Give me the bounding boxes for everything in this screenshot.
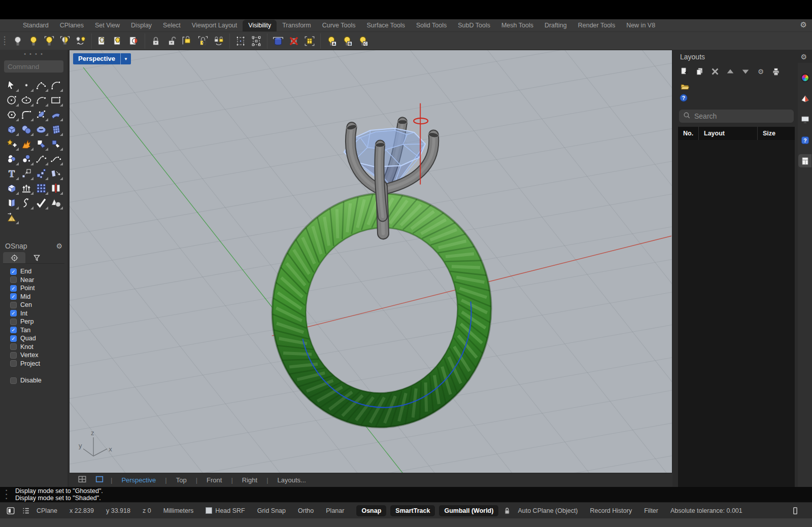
ribbon-tab-mesh-tools[interactable]: Mesh Tools — [496, 20, 539, 31]
flyout-triangle-icon[interactable] — [45, 133, 48, 136]
toolbar-button-lock-in-detail[interactable] — [180, 34, 194, 48]
sidebar-drag-handle[interactable]: • • • • — [3, 51, 64, 57]
tool-select-cursor[interactable] — [5, 78, 19, 92]
toolbar-button-light-state-c[interactable]: C — [356, 34, 370, 48]
layouts-move-down-button[interactable] — [740, 66, 751, 77]
checkbox-perp[interactable] — [10, 319, 17, 325]
flyout-triangle-icon[interactable] — [16, 118, 19, 121]
flyout-triangle-icon[interactable] — [30, 133, 33, 136]
ribbon-tab-solid-tools[interactable]: Solid Tools — [411, 20, 452, 31]
viewport-title-badge[interactable]: Perspective ▼ — [73, 53, 131, 64]
osnap-option-mid[interactable]: ✓Mid — [10, 293, 64, 300]
toolbar-button-show-objects[interactable] — [26, 34, 41, 48]
statusbar-cplane[interactable]: CPlane — [37, 507, 57, 514]
tool-trim[interactable] — [34, 136, 49, 151]
tool-boolean-union[interactable] — [5, 136, 19, 151]
flyout-triangle-icon[interactable] — [45, 103, 48, 107]
viewport-tab-perspective[interactable]: Perspective — [117, 476, 160, 484]
statusbar-x-22-839[interactable]: x 22.839 — [70, 507, 94, 514]
scene-3d[interactable]: zyx — [70, 50, 672, 473]
flyout-triangle-icon[interactable] — [30, 118, 33, 121]
ribbon-tab-visibility[interactable]: Visibility — [243, 20, 277, 31]
ribbon-tab-subd-tools[interactable]: SubD Tools — [452, 20, 496, 31]
tool-arc[interactable] — [34, 92, 49, 107]
osnap-option-int[interactable]: ✓Int — [10, 310, 64, 317]
tool-curve-menu[interactable] — [49, 78, 63, 92]
viewport-tab-right[interactable]: Right — [238, 476, 261, 484]
layouts-search-box[interactable]: Search — [679, 110, 794, 123]
tool-cage-edit[interactable] — [49, 122, 63, 136]
single-pane-icon[interactable] — [93, 475, 106, 485]
tool-solid-primitives[interactable] — [49, 195, 63, 210]
osnap-option-tan[interactable]: ✓Tan — [10, 327, 64, 334]
tool-split-surface[interactable] — [49, 136, 63, 151]
flyout-triangle-icon[interactable] — [45, 89, 48, 92]
flyout-triangle-icon[interactable] — [60, 162, 63, 165]
statusbar-planar[interactable]: Planar — [326, 507, 344, 514]
ribbon-tab-curve-tools[interactable]: Curve Tools — [317, 20, 361, 31]
layouts-properties-gear-button[interactable]: ⚙ — [755, 66, 766, 77]
viewport-title[interactable]: Perspective — [73, 53, 120, 64]
toolbar-button-isolate-objects[interactable] — [74, 34, 88, 48]
tool-explode[interactable] — [19, 136, 34, 151]
osnap-option-project[interactable]: Project — [10, 360, 64, 367]
checkbox-int[interactable]: ✓ — [10, 310, 17, 317]
flyout-triangle-icon[interactable] — [16, 103, 19, 107]
flyout-triangle-icon[interactable] — [60, 177, 63, 180]
ribbon-tab-set-view[interactable]: Set View — [89, 20, 125, 31]
command-input[interactable] — [4, 60, 63, 73]
toolbar-button-control-points-off[interactable] — [249, 34, 263, 48]
tool-check-select[interactable] — [34, 195, 49, 210]
flyout-triangle-icon[interactable] — [45, 206, 48, 209]
toolbar-button-show-selected-objects[interactable] — [42, 34, 56, 48]
statusbar-record-history[interactable]: Record History — [590, 507, 632, 514]
settings-gear-icon[interactable]: ⚙ — [800, 20, 807, 29]
checkbox-vertex[interactable] — [10, 352, 17, 359]
layouts-print-button[interactable] — [770, 66, 782, 77]
flyout-triangle-icon[interactable] — [30, 192, 33, 195]
toolbar-button-hide-objects[interactable] — [11, 34, 25, 48]
flyout-triangle-icon[interactable] — [60, 148, 63, 151]
statusbar-y-33-918[interactable]: y 33.918 — [106, 507, 130, 514]
toolbar-button-hide-in-detail[interactable] — [95, 34, 110, 48]
statusbar-command-list[interactable] — [21, 506, 30, 515]
tool-surface-edit[interactable] — [5, 195, 19, 210]
toolbar-button-clipping-box[interactable] — [302, 34, 317, 48]
ribbon-tab-viewport-layout[interactable]: Viewport Layout — [186, 20, 243, 31]
toolbar-drag-handle[interactable]: •••• — [2, 36, 7, 46]
osnap-option-quad[interactable]: ✓Quad — [10, 335, 64, 342]
chevron-down-icon[interactable]: ▼ — [120, 53, 131, 64]
tool-rectangle[interactable] — [49, 92, 63, 107]
statusbar-toggle-gumball-world[interactable]: Gumball (World) — [439, 505, 498, 516]
checkbox-knot[interactable] — [10, 343, 17, 350]
statusbar-auto-cplane-object[interactable]: Auto CPlane (Object) — [518, 507, 578, 514]
tool-polygon[interactable] — [5, 107, 19, 122]
statusbar-z-0[interactable]: z 0 — [143, 507, 151, 514]
tool-curve-fillet[interactable] — [19, 107, 34, 122]
tool-scale[interactable] — [19, 166, 34, 181]
osnap-option-point[interactable]: ✓Point — [10, 285, 64, 292]
viewport-tab-top[interactable]: Top — [172, 476, 191, 484]
tool-extrude[interactable] — [19, 181, 34, 195]
checkbox-cen[interactable] — [10, 302, 17, 308]
osnap-option-cen[interactable]: Cen — [10, 301, 64, 308]
toolbar-button-clipping-plane[interactable] — [271, 34, 285, 48]
ribbon-tab-drafting[interactable]: Drafting — [539, 20, 572, 31]
statusbar-lock[interactable] — [502, 506, 512, 515]
column-no[interactable]: No. — [678, 127, 698, 140]
toolbar-button-remove-clipping-plane[interactable] — [287, 34, 301, 48]
toolbar-button-light-state-a[interactable]: A — [324, 34, 339, 48]
toolbar-button-isolate-locked[interactable] — [212, 34, 226, 48]
tool-surface-bend[interactable] — [49, 107, 63, 122]
tool-fillet-corner[interactable] — [34, 151, 49, 166]
flyout-triangle-icon[interactable] — [16, 148, 19, 151]
toolbar-button-swap-hidden-objects[interactable] — [58, 34, 72, 48]
checkbox-tan[interactable]: ✓ — [10, 327, 17, 333]
toolbar-button-unlock-objects[interactable] — [164, 34, 179, 48]
flyout-triangle-icon[interactable] — [60, 118, 63, 121]
toolbar-button-light-state-b[interactable]: B — [340, 34, 354, 48]
ribbon-tab-surface-tools[interactable]: Surface Tools — [361, 20, 411, 31]
osnap-gear-icon[interactable]: ⚙ — [56, 242, 62, 250]
flyout-triangle-icon[interactable] — [16, 89, 19, 92]
osnap-option-perp[interactable]: Perp — [10, 318, 64, 325]
